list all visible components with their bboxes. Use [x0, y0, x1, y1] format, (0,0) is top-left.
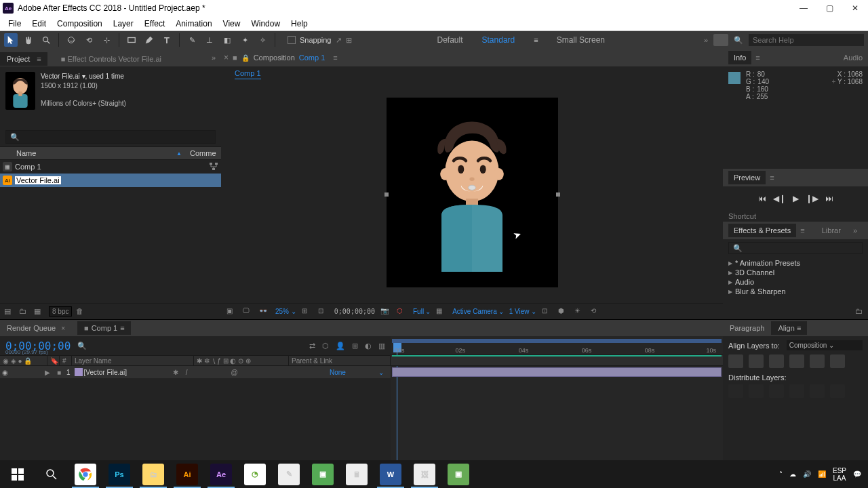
ucs-tool-icon[interactable]: ⊹: [100, 33, 113, 47]
workspace-small[interactable]: Small Screen: [557, 35, 605, 45]
bpc-button[interactable]: 8 bpc: [49, 306, 72, 317]
resolution-dropdown[interactable]: Full ⌄: [413, 308, 431, 315]
photoshop-app[interactable]: Ps: [103, 461, 136, 488]
snap-grid-icon[interactable]: ⊞: [346, 36, 352, 45]
play-icon[interactable]: ▶: [793, 194, 799, 203]
layer-row[interactable]: ◉ ▶ ■ 1 [Vector File.ai] ✱ / @ None⌄: [0, 366, 391, 378]
graph-icon[interactable]: ▥: [378, 342, 385, 350]
col-comment[interactable]: Comme: [187, 149, 221, 157]
hand-tool-icon[interactable]: [22, 33, 35, 47]
work-area-bar[interactable]: [392, 339, 722, 343]
asset-name[interactable]: Vector File.ai ▾: [41, 73, 85, 80]
start-button[interactable]: [1, 461, 34, 488]
alpha-icon[interactable]: ▣: [226, 307, 237, 317]
effects-tab[interactable]: Effects & Presets: [728, 224, 796, 237]
chrome-app[interactable]: [69, 461, 102, 488]
transparency-icon[interactable]: ▦: [436, 307, 447, 317]
roto-tool-icon[interactable]: ✦: [238, 33, 252, 47]
flowchart-icon[interactable]: [209, 162, 218, 171]
visibility-icon[interactable]: ◉: [0, 369, 9, 376]
timeline-comp-tab[interactable]: ■ Comp 1 ≡: [77, 321, 131, 335]
maximize-button[interactable]: ▢: [825, 3, 834, 13]
interpret-icon[interactable]: ▤: [4, 307, 15, 317]
effect-controls-tab[interactable]: ■ Effect Controls Vector File.ai: [54, 52, 168, 66]
tray-volume-icon[interactable]: 🔊: [803, 470, 811, 478]
shy-icon[interactable]: 👤: [336, 342, 345, 350]
menu-edit[interactable]: Edit: [28, 18, 50, 30]
layer-color-swatch[interactable]: [75, 368, 83, 376]
photos-app[interactable]: 🖼: [408, 461, 441, 488]
zoom-dropdown[interactable]: 25% ⌄: [275, 308, 296, 315]
exposure-icon[interactable]: ☀: [574, 307, 585, 317]
align-hcenter-icon[interactable]: [749, 354, 764, 368]
align-tab[interactable]: Align ≡: [771, 321, 807, 335]
align-vcenter-icon[interactable]: [810, 354, 825, 368]
dist-hcenter-icon[interactable]: [810, 384, 825, 398]
app11[interactable]: ▣: [442, 461, 475, 488]
first-frame-icon[interactable]: ⏮: [758, 194, 766, 203]
info-tab[interactable]: Info: [728, 51, 751, 64]
pen-tool-icon[interactable]: [142, 33, 156, 47]
guides-icon[interactable]: ⊡: [542, 307, 553, 317]
screen-icon[interactable]: 🖵: [243, 307, 254, 317]
comp-name[interactable]: Comp 1: [299, 54, 326, 62]
dist-bottom-icon[interactable]: [769, 384, 784, 398]
project-tab[interactable]: Project ≡: [0, 52, 47, 66]
tray-onedrive-icon[interactable]: ☁: [789, 470, 796, 478]
time-ruler[interactable]: 00s 02s 04s 06s 08s 10s: [391, 336, 723, 355]
frameblend-icon[interactable]: ⊞: [352, 342, 358, 350]
orbit-tool-icon[interactable]: [64, 33, 78, 47]
pickwhip-icon[interactable]: @: [231, 369, 237, 376]
workspace-default[interactable]: Default: [437, 35, 463, 45]
snapping-checkbox[interactable]: [288, 36, 296, 44]
last-frame-icon[interactable]: ⏭: [825, 194, 833, 203]
info-menu-icon[interactable]: ≡: [755, 54, 759, 62]
render-queue-tab[interactable]: Render Queue×: [0, 321, 72, 335]
minimize-button[interactable]: —: [799, 3, 808, 13]
puppet-tool-icon[interactable]: ✧: [256, 33, 269, 47]
dist-left-icon[interactable]: [789, 384, 804, 398]
audio-tab[interactable]: Audio: [844, 54, 863, 62]
align-right-icon[interactable]: [769, 354, 784, 368]
panel-overflow-icon[interactable]: »: [206, 54, 221, 62]
effects-search-input[interactable]: 🔍: [728, 242, 863, 254]
menu-help[interactable]: Help: [287, 18, 312, 30]
parent-dropdown[interactable]: None⌄: [330, 369, 391, 376]
explorer-app[interactable]: 🗂: [137, 461, 170, 488]
paragraph-tab[interactable]: Paragraph: [723, 321, 771, 335]
effects-category[interactable]: ▶* Animation Presets: [723, 258, 868, 268]
menu-layer[interactable]: Layer: [109, 18, 138, 30]
clone-tool-icon[interactable]: ⊥: [203, 33, 216, 47]
layer-duration-bar[interactable]: [392, 367, 722, 377]
3d-icon[interactable]: ⬢: [558, 307, 569, 317]
effects-menu-icon[interactable]: ≡: [800, 226, 804, 235]
motionblur-icon[interactable]: ◐: [365, 342, 372, 350]
close-comp-tab-icon[interactable]: ×: [224, 53, 229, 62]
tray-chevron-icon[interactable]: ˄: [779, 470, 783, 478]
workspace-menu-icon[interactable]: ≡: [534, 36, 537, 44]
search-help-input[interactable]: [749, 34, 864, 46]
illustrator-app[interactable]: Ai: [171, 461, 203, 488]
mask-icon[interactable]: 👓: [259, 307, 270, 317]
draft3d-icon[interactable]: ⬡: [322, 342, 329, 350]
brush-tool-icon[interactable]: ✎: [185, 33, 199, 47]
tray-wifi-icon[interactable]: 📶: [818, 470, 826, 478]
right-overflow-icon[interactable]: »: [848, 226, 863, 235]
prev-frame-icon[interactable]: ◀❙: [773, 194, 786, 203]
menu-view[interactable]: View: [219, 18, 245, 30]
menu-animation[interactable]: Animation: [172, 18, 216, 30]
toolbar-overflow-icon[interactable]: »: [704, 36, 708, 44]
language-indicator[interactable]: ESPLAA: [833, 467, 846, 482]
snap-opts-icon[interactable]: ↗: [336, 36, 342, 45]
workspace-standard[interactable]: Standard: [482, 35, 515, 45]
dist-vcenter-icon[interactable]: [749, 384, 764, 398]
selection-handle[interactable]: [384, 192, 389, 197]
word-app[interactable]: W: [374, 461, 407, 488]
calculator-app[interactable]: 🖩: [340, 461, 373, 488]
next-frame-icon[interactable]: ❙▶: [806, 194, 818, 203]
preview-menu-icon[interactable]: ≡: [770, 174, 773, 182]
view-dropdown[interactable]: 1 View ⌄: [509, 308, 536, 315]
roi-icon[interactable]: ⊡: [318, 307, 329, 317]
layer-switches[interactable]: ✱ /: [173, 369, 191, 376]
app7[interactable]: ▣: [307, 461, 339, 488]
